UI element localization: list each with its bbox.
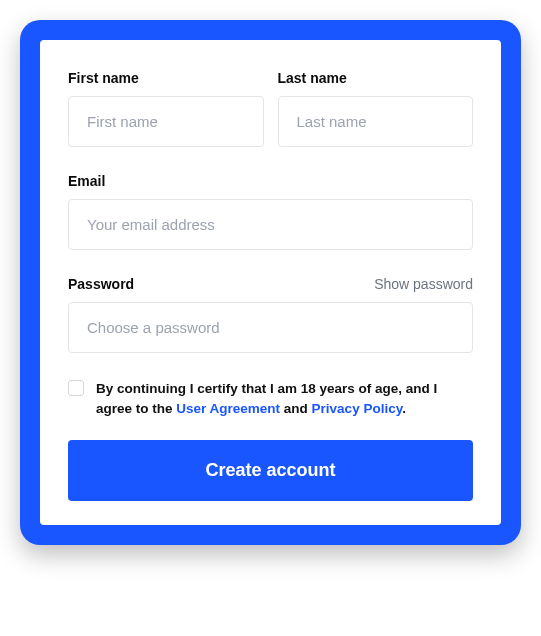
password-label: Password	[68, 276, 134, 292]
signup-card: First name Last name Email Password Show…	[40, 40, 501, 525]
first-name-field: First name	[68, 70, 264, 147]
show-password-button[interactable]: Show password	[374, 276, 473, 292]
name-row: First name Last name	[68, 70, 473, 147]
last-name-label: Last name	[278, 70, 474, 86]
first-name-input[interactable]	[68, 96, 264, 147]
consent-suffix: .	[402, 401, 406, 416]
consent-mid: and	[280, 401, 312, 416]
password-input[interactable]	[68, 302, 473, 353]
form-container: First name Last name Email Password Show…	[20, 20, 521, 545]
consent-row: By continuing I certify that I am 18 yea…	[68, 379, 473, 418]
password-label-row: Password Show password	[68, 276, 473, 292]
last-name-input[interactable]	[278, 96, 474, 147]
email-label: Email	[68, 173, 473, 189]
create-account-button[interactable]: Create account	[68, 440, 473, 501]
consent-checkbox[interactable]	[68, 380, 84, 396]
user-agreement-link[interactable]: User Agreement	[176, 401, 280, 416]
first-name-label: First name	[68, 70, 264, 86]
email-field: Email	[68, 173, 473, 250]
email-input[interactable]	[68, 199, 473, 250]
privacy-policy-link[interactable]: Privacy Policy	[312, 401, 403, 416]
password-field: Password Show password	[68, 276, 473, 353]
last-name-field: Last name	[278, 70, 474, 147]
consent-text: By continuing I certify that I am 18 yea…	[96, 379, 473, 418]
